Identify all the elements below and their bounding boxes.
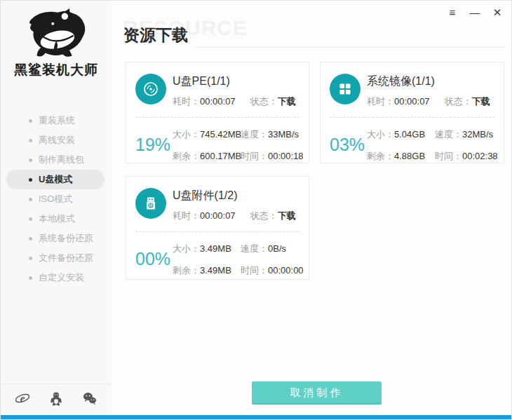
close-icon[interactable]: ✕ — [492, 6, 503, 19]
sidebar-item-iso-mode[interactable]: ISO模式 — [1, 189, 112, 209]
page-title: 资源下载 — [123, 25, 188, 46]
download-card-system-image: 系统镜像(1/1) 耗时：00:00:07 状态：下载 03% 大小：5.04G… — [320, 62, 504, 163]
sidebar-item-offline-install[interactable]: 离线安装 — [1, 130, 112, 150]
status-value: 下载 — [472, 96, 490, 107]
sidebar-item-usb-mode[interactable]: U盘模式 — [6, 170, 105, 189]
cancel-creation-button[interactable]: 取消制作 — [252, 381, 382, 405]
download-card-usb-pe: U盘PE(1/1) 耗时：00:00:07 状态：下载 19% 大小：745.4… — [126, 62, 309, 163]
sidebar-footer: e — [1, 384, 112, 412]
internet-explorer-icon[interactable]: e — [15, 391, 30, 406]
sidebar: 黑鲨装机大师 装机首页 一键装机 重装系统 离线安装 制作离线包 — [1, 1, 112, 416]
progress-percent: 19% — [135, 135, 173, 163]
wechat-icon[interactable] — [82, 391, 97, 406]
usb-attachment-icon — [135, 188, 166, 219]
svg-text:e: e — [20, 393, 25, 404]
sidebar-item-make-offline-pack[interactable]: 制作离线包 — [1, 150, 112, 170]
shark-logo-icon — [22, 8, 90, 60]
menu-icon[interactable]: ≡ — [447, 6, 458, 19]
sidebar-nav: 装机首页 一键装机 重装系统 离线安装 制作离线包 启动U盘 — [1, 111, 112, 287]
card-meta: 耗时：00:00:07 状态：下载 — [173, 95, 299, 108]
window-controls: ≡ — ✕ — [447, 6, 503, 19]
minimize-icon[interactable]: — — [469, 6, 480, 19]
bullet-icon — [29, 158, 32, 162]
bullet-icon — [29, 198, 32, 201]
bullet-icon — [29, 217, 32, 221]
bullet-icon — [29, 276, 32, 280]
bullet-icon — [29, 257, 32, 260]
bullet-icon — [29, 139, 32, 142]
disc-icon — [135, 74, 166, 104]
status-value: 下载 — [278, 210, 296, 221]
qq-icon[interactable] — [48, 391, 64, 406]
card-stats: 大小：5.04GB 速度：32MB/s 剩余：4.88GB 时间：00:02:3… — [367, 128, 498, 163]
sidebar-item-system-backup-restore[interactable]: 系统备份还原 — [1, 229, 112, 248]
sidebar-item-reinstall-system[interactable]: 重装系统 — [1, 111, 112, 130]
bullet-icon — [29, 237, 32, 241]
progress-percent: 03% — [330, 135, 367, 163]
card-meta: 耗时：00:00:07 状态：下载 — [367, 95, 494, 108]
card-stats: 大小：745.42MB 速度：33MB/s 剩余：600.17MB 时间：00:… — [173, 128, 304, 163]
card-meta: 耗时：00:00:07 状态：下载 — [173, 210, 299, 222]
windows-icon — [330, 74, 361, 104]
card-stats: 大小：3.49MB 速度：0B/s 剩余：3.49MB 时间：00:00:00 — [173, 243, 304, 277]
sidebar-item-local-mode[interactable]: 本地模式 — [1, 209, 112, 229]
sidebar-item-file-backup-restore[interactable]: 文件备份还原 — [1, 248, 112, 268]
bullet-icon — [29, 119, 32, 123]
title-divider — [194, 47, 504, 48]
bullet-icon — [29, 178, 32, 182]
card-title: U盘附件(1/2) — [173, 189, 299, 203]
main-panel: ≡ — ✕ RESOURCE 资源下载 U盘PE(1/1) 耗时：00:00:0… — [112, 1, 512, 416]
download-card-usb-attachment: U盘附件(1/2) 耗时：00:00:07 状态：下载 00% 大小：3.49M… — [126, 176, 309, 280]
app-logo: 黑鲨装机大师 — [1, 1, 112, 79]
card-title: U盘PE(1/1) — [173, 74, 299, 89]
sidebar-item-custom-install[interactable]: 自定义安装 — [1, 268, 112, 287]
progress-percent: 00% — [135, 249, 173, 277]
status-value: 下载 — [278, 96, 296, 107]
bottom-progress-bar — [1, 415, 512, 419]
card-title: 系统镜像(1/1) — [367, 74, 494, 89]
app-name: 黑鲨装机大师 — [1, 61, 112, 79]
